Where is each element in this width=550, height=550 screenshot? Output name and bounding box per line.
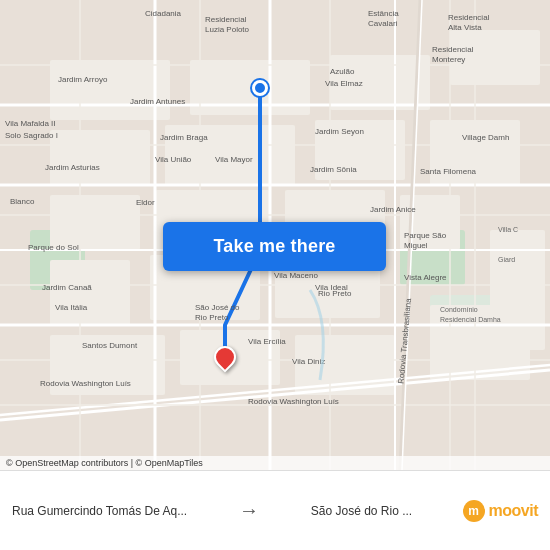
svg-text:Estância: Estância (368, 9, 399, 18)
svg-text:Jardim Sônia: Jardim Sônia (310, 165, 357, 174)
svg-text:Vista Alegre: Vista Alegre (404, 273, 447, 282)
svg-text:Residencial: Residencial (205, 15, 247, 24)
svg-text:Rio Preto: Rio Preto (195, 313, 229, 322)
svg-text:Jardim Antunes: Jardim Antunes (130, 97, 185, 106)
svg-text:Villa C: Villa C (498, 226, 518, 233)
svg-rect-8 (50, 130, 150, 185)
take-me-there-label: Take me there (213, 236, 335, 257)
svg-text:Monterey: Monterey (432, 55, 465, 64)
map-container: Cidadania Residencial Luzia Poloto Estân… (0, 0, 550, 470)
moovit-text: moovit (489, 502, 538, 520)
route-arrow: → (233, 499, 265, 522)
svg-text:Rodovia Washington Luís: Rodovia Washington Luís (248, 397, 339, 406)
svg-text:Santa Filomena: Santa Filomena (420, 167, 477, 176)
svg-text:Village Damh: Village Damh (462, 133, 509, 142)
svg-text:Residencial Damha: Residencial Damha (440, 316, 501, 323)
svg-rect-12 (50, 195, 140, 250)
route-to: São José do Rio ... (311, 504, 412, 518)
svg-text:Vila Mafalda II: Vila Mafalda II (5, 119, 56, 128)
origin-marker (252, 80, 268, 96)
moovit-logo: m moovit (458, 500, 538, 522)
destination-marker (214, 346, 236, 368)
svg-text:Solo Sagrado I: Solo Sagrado I (5, 131, 58, 140)
svg-rect-5 (190, 60, 310, 115)
svg-text:Blanco: Blanco (10, 197, 35, 206)
svg-text:Residencial: Residencial (432, 45, 474, 54)
svg-text:Rodovia Washington Luís: Rodovia Washington Luís (40, 379, 131, 388)
svg-text:Jardim Arroyo: Jardim Arroyo (58, 75, 108, 84)
svg-text:Jardim Asturias: Jardim Asturias (45, 163, 100, 172)
svg-text:Luzia Poloto: Luzia Poloto (205, 25, 250, 34)
svg-text:Jardim Canaã: Jardim Canaã (42, 283, 92, 292)
svg-text:Vila Ercília: Vila Ercília (248, 337, 286, 346)
svg-text:Santos Dumont: Santos Dumont (82, 341, 138, 350)
svg-text:Giard: Giard (498, 256, 515, 263)
app: Cidadania Residencial Luzia Poloto Estân… (0, 0, 550, 550)
svg-rect-4 (50, 60, 170, 120)
svg-text:Vila União: Vila União (155, 155, 192, 164)
svg-text:Jardim Anice: Jardim Anice (370, 205, 416, 214)
svg-text:Alta Vista: Alta Vista (448, 23, 482, 32)
svg-text:Jardim Seyon: Jardim Seyon (315, 127, 364, 136)
svg-text:Condomínio: Condomínio (440, 306, 478, 313)
svg-text:Cavalari: Cavalari (368, 19, 398, 28)
svg-text:Vila Maceno: Vila Maceno (274, 271, 318, 280)
svg-text:Eldor: Eldor (136, 198, 155, 207)
moovit-icon: m (463, 500, 485, 522)
svg-text:Vila Diniz: Vila Diniz (292, 357, 325, 366)
svg-text:Vila Mayor: Vila Mayor (215, 155, 253, 164)
svg-text:Vila Itália: Vila Itália (55, 303, 88, 312)
svg-rect-16 (50, 260, 130, 325)
svg-text:Residencial: Residencial (448, 13, 490, 22)
svg-text:Jardim Braga: Jardim Braga (160, 133, 208, 142)
svg-text:Rio Preto: Rio Preto (318, 289, 352, 298)
svg-text:Parque São: Parque São (404, 231, 447, 240)
take-me-there-button[interactable]: Take me there (163, 222, 386, 271)
svg-text:Vila Elmaz: Vila Elmaz (325, 79, 363, 88)
bottom-bar: Rua Gumercindo Tomás De Aq... → São José… (0, 470, 550, 550)
svg-text:Cidadania: Cidadania (145, 9, 182, 18)
route-from: Rua Gumercindo Tomás De Aq... (12, 504, 187, 518)
map-attribution: © OpenStreetMap contributors | © OpenMap… (0, 456, 550, 470)
svg-text:São José do: São José do (195, 303, 240, 312)
svg-text:Parque do Sol: Parque do Sol (28, 243, 79, 252)
attribution-text: © OpenStreetMap contributors | © OpenMap… (6, 458, 203, 468)
svg-text:Azulão: Azulão (330, 67, 355, 76)
svg-text:Miguel: Miguel (404, 241, 428, 250)
